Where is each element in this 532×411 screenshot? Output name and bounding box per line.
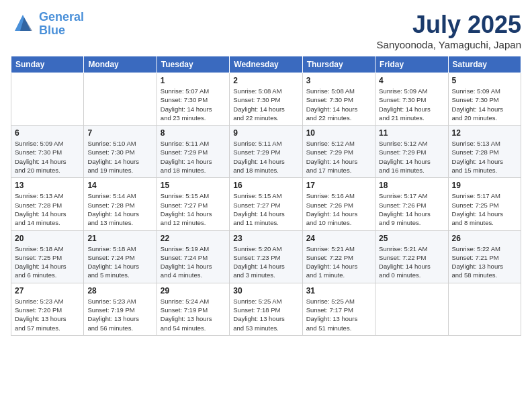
weekday-header: Wednesday [230,56,302,73]
calendar-cell: 21Sunrise: 5:18 AM Sunset: 7:24 PM Dayli… [84,230,157,283]
calendar-cell: 24Sunrise: 5:21 AM Sunset: 7:22 PM Dayli… [302,230,375,283]
calendar-week-row: 6Sunrise: 5:09 AM Sunset: 7:30 PM Daylig… [11,126,521,178]
day-number: 2 [233,76,298,85]
weekday-header: Monday [84,56,157,73]
calendar-cell: 4Sunrise: 5:09 AM Sunset: 7:30 PM Daylig… [375,73,448,126]
calendar-cell: 19Sunrise: 5:17 AM Sunset: 7:25 PM Dayli… [448,178,521,230]
day-info: Sunrise: 5:20 AM Sunset: 7:23 PM Dayligh… [233,244,298,280]
day-number: 31 [306,286,371,295]
calendar-week-row: 20Sunrise: 5:18 AM Sunset: 7:25 PM Dayli… [11,230,521,283]
calendar-cell: 8Sunrise: 5:11 AM Sunset: 7:29 PM Daylig… [157,126,229,178]
day-info: Sunrise: 5:18 AM Sunset: 7:25 PM Dayligh… [15,244,80,280]
day-number: 13 [15,181,80,190]
calendar-cell: 31Sunrise: 5:25 AM Sunset: 7:17 PM Dayli… [302,283,375,335]
day-info: Sunrise: 5:17 AM Sunset: 7:26 PM Dayligh… [379,191,444,227]
weekday-header: Saturday [448,56,521,73]
calendar-cell: 11Sunrise: 5:12 AM Sunset: 7:29 PM Dayli… [375,126,448,178]
calendar-cell: 9Sunrise: 5:11 AM Sunset: 7:29 PM Daylig… [230,126,302,178]
month-title: July 2025 [377,11,521,39]
calendar-cell: 29Sunrise: 5:24 AM Sunset: 7:19 PM Dayli… [157,283,229,335]
calendar-cell: 12Sunrise: 5:13 AM Sunset: 7:28 PM Dayli… [448,126,521,178]
day-number: 23 [233,234,298,243]
day-info: Sunrise: 5:10 AM Sunset: 7:30 PM Dayligh… [87,139,152,175]
day-number: 29 [161,286,226,295]
calendar-cell: 1Sunrise: 5:07 AM Sunset: 7:30 PM Daylig… [157,73,229,126]
day-info: Sunrise: 5:07 AM Sunset: 7:30 PM Dayligh… [161,87,226,122]
calendar-header-row: SundayMondayTuesdayWednesdayThursdayFrid… [11,56,521,73]
day-info: Sunrise: 5:23 AM Sunset: 7:19 PM Dayligh… [87,297,152,332]
page-header: General Blue July 2025 Sanyoonoda, Yamag… [11,11,521,50]
day-info: Sunrise: 5:11 AM Sunset: 7:29 PM Dayligh… [161,139,226,175]
title-block: July 2025 Sanyoonoda, Yamaguchi, Japan [377,11,521,50]
day-number: 17 [306,181,371,190]
calendar-cell: 14Sunrise: 5:14 AM Sunset: 7:28 PM Dayli… [84,178,157,230]
day-number: 11 [379,128,444,138]
day-info: Sunrise: 5:08 AM Sunset: 7:30 PM Dayligh… [306,87,371,122]
day-number: 30 [233,286,298,295]
day-info: Sunrise: 5:24 AM Sunset: 7:19 PM Dayligh… [161,297,226,332]
day-info: Sunrise: 5:18 AM Sunset: 7:24 PM Dayligh… [87,244,152,280]
day-number: 4 [379,76,444,85]
calendar-cell: 17Sunrise: 5:16 AM Sunset: 7:26 PM Dayli… [302,178,375,230]
day-info: Sunrise: 5:17 AM Sunset: 7:25 PM Dayligh… [452,191,517,227]
day-info: Sunrise: 5:08 AM Sunset: 7:30 PM Dayligh… [233,87,298,122]
day-info: Sunrise: 5:22 AM Sunset: 7:21 PM Dayligh… [452,244,517,280]
calendar-cell: 27Sunrise: 5:23 AM Sunset: 7:20 PM Dayli… [11,283,84,335]
day-number: 7 [87,128,152,138]
day-info: Sunrise: 5:19 AM Sunset: 7:24 PM Dayligh… [161,244,226,280]
calendar-cell [84,73,157,126]
day-info: Sunrise: 5:13 AM Sunset: 7:28 PM Dayligh… [15,191,80,227]
day-number: 20 [15,234,80,243]
logo-general: General [39,10,84,24]
calendar-cell: 13Sunrise: 5:13 AM Sunset: 7:28 PM Dayli… [11,178,84,230]
calendar-cell: 26Sunrise: 5:22 AM Sunset: 7:21 PM Dayli… [448,230,521,283]
day-number: 28 [87,286,152,295]
calendar-cell: 15Sunrise: 5:15 AM Sunset: 7:27 PM Dayli… [157,178,229,230]
day-number: 19 [452,181,517,190]
calendar-cell: 2Sunrise: 5:08 AM Sunset: 7:30 PM Daylig… [230,73,302,126]
day-number: 9 [233,128,298,138]
calendar-week-row: 27Sunrise: 5:23 AM Sunset: 7:20 PM Dayli… [11,283,521,335]
day-info: Sunrise: 5:09 AM Sunset: 7:30 PM Dayligh… [379,87,444,122]
calendar-cell: 6Sunrise: 5:09 AM Sunset: 7:30 PM Daylig… [11,126,84,178]
logo-text: General Blue [39,11,84,38]
weekday-header: Tuesday [157,56,229,73]
calendar-cell: 18Sunrise: 5:17 AM Sunset: 7:26 PM Dayli… [375,178,448,230]
calendar-week-row: 1Sunrise: 5:07 AM Sunset: 7:30 PM Daylig… [11,73,521,126]
day-number: 22 [161,234,226,243]
logo-blue: Blue [39,24,65,37]
calendar-cell: 7Sunrise: 5:10 AM Sunset: 7:30 PM Daylig… [84,126,157,178]
day-number: 18 [379,181,444,190]
day-info: Sunrise: 5:21 AM Sunset: 7:22 PM Dayligh… [379,244,444,280]
calendar-table: SundayMondayTuesdayWednesdayThursdayFrid… [11,56,521,336]
calendar-cell: 22Sunrise: 5:19 AM Sunset: 7:24 PM Dayli… [157,230,229,283]
calendar-cell: 20Sunrise: 5:18 AM Sunset: 7:25 PM Dayli… [11,230,84,283]
weekday-header: Friday [375,56,448,73]
day-number: 27 [15,286,80,295]
calendar-cell: 5Sunrise: 5:09 AM Sunset: 7:30 PM Daylig… [448,73,521,126]
calendar-cell: 25Sunrise: 5:21 AM Sunset: 7:22 PM Dayli… [375,230,448,283]
day-info: Sunrise: 5:12 AM Sunset: 7:29 PM Dayligh… [379,139,444,175]
day-info: Sunrise: 5:12 AM Sunset: 7:29 PM Dayligh… [306,139,371,175]
day-info: Sunrise: 5:14 AM Sunset: 7:28 PM Dayligh… [87,191,152,227]
calendar-cell [11,73,84,126]
day-number: 21 [87,234,152,243]
day-number: 5 [452,76,517,85]
day-info: Sunrise: 5:15 AM Sunset: 7:27 PM Dayligh… [161,191,226,227]
weekday-header: Sunday [11,56,84,73]
day-number: 14 [87,181,152,190]
day-number: 25 [379,234,444,243]
calendar-cell [375,283,448,335]
day-info: Sunrise: 5:09 AM Sunset: 7:30 PM Dayligh… [15,139,80,175]
day-number: 15 [161,181,226,190]
calendar-cell: 3Sunrise: 5:08 AM Sunset: 7:30 PM Daylig… [302,73,375,126]
location: Sanyoonoda, Yamaguchi, Japan [377,39,521,50]
day-number: 26 [452,234,517,243]
day-info: Sunrise: 5:11 AM Sunset: 7:29 PM Dayligh… [233,139,298,175]
day-number: 3 [306,76,371,85]
day-number: 8 [161,128,226,138]
logo-icon [11,12,35,36]
day-number: 10 [306,128,371,138]
calendar-cell: 10Sunrise: 5:12 AM Sunset: 7:29 PM Dayli… [302,126,375,178]
day-number: 6 [15,128,80,138]
